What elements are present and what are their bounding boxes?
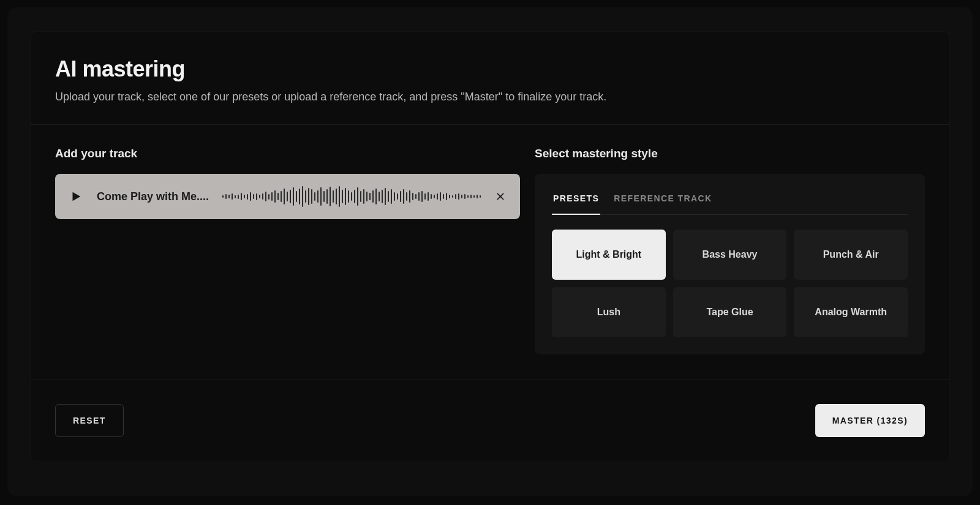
preset-analog-warmth[interactable]: Analog Warmth xyxy=(794,287,908,337)
preset-lush[interactable]: Lush xyxy=(552,287,666,337)
style-tabs: PRESETS REFERENCE TRACK xyxy=(552,191,908,215)
master-button[interactable]: MASTER (132S) xyxy=(815,404,925,437)
presets-grid: Light & BrightBass HeavyPunch & AirLushT… xyxy=(552,230,908,337)
close-icon xyxy=(496,192,505,201)
panel-footer: RESET MASTER (132S) xyxy=(31,379,949,462)
style-panel: PRESETS REFERENCE TRACK Light & BrightBa… xyxy=(535,174,925,354)
preset-punch-air[interactable]: Punch & Air xyxy=(794,230,908,280)
page-title: AI mastering xyxy=(55,56,925,82)
remove-track-button[interactable] xyxy=(494,190,507,203)
preset-bass-heavy[interactable]: Bass Heavy xyxy=(673,230,787,280)
tab-reference-track[interactable]: REFERENCE TRACK xyxy=(612,191,713,214)
panel-header: AI mastering Upload your track, select o… xyxy=(31,32,949,125)
preset-tape-glue[interactable]: Tape Glue xyxy=(673,287,787,337)
reset-button[interactable]: RESET xyxy=(55,404,124,437)
play-icon xyxy=(69,190,83,203)
mastering-style-section: Select mastering style PRESETS REFERENCE… xyxy=(535,147,925,354)
add-track-label: Add your track xyxy=(55,147,520,160)
add-track-section: Add your track Come Play with Me.... xyxy=(55,147,520,354)
tab-presets[interactable]: PRESETS xyxy=(552,191,600,214)
mastering-panel: AI mastering Upload your track, select o… xyxy=(31,32,949,462)
page-subtitle: Upload your track, select one of our pre… xyxy=(55,91,925,103)
preset-light-bright[interactable]: Light & Bright xyxy=(552,230,666,280)
mastering-style-label: Select mastering style xyxy=(535,147,925,160)
track-name: Come Play with Me.... xyxy=(97,190,209,203)
waveform[interactable] xyxy=(222,184,481,209)
play-button[interactable] xyxy=(69,189,83,204)
track-card: Come Play with Me.... xyxy=(55,174,520,219)
